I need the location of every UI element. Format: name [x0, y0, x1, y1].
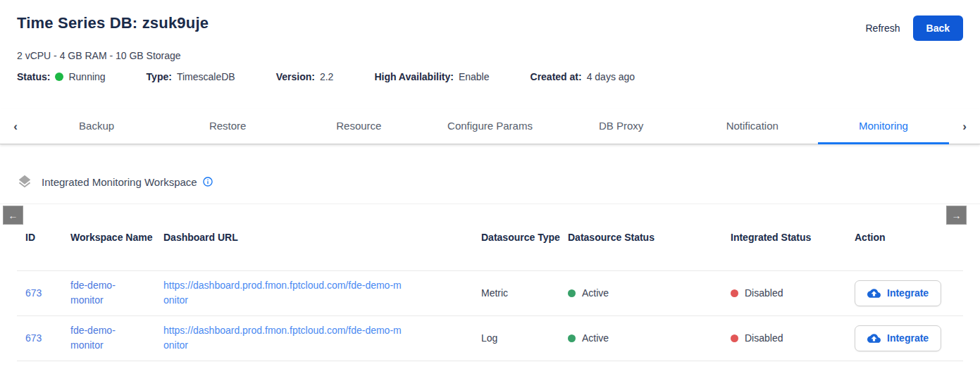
column-header-id: ID [17, 204, 70, 270]
integrate-button-label: Integrate [887, 287, 929, 299]
datasource-type-value: Log [481, 332, 497, 344]
page-title: Time Series DB: zsuk9uje [17, 14, 209, 32]
table-header-row: ID Workspace Name Dashboard URL Datasour… [17, 204, 963, 270]
integrate-button[interactable]: Integrate [855, 325, 941, 351]
datasource-status-badge: Active [568, 332, 731, 344]
integrate-button-label: Integrate [887, 332, 929, 344]
disabled-status-dot-icon [731, 334, 738, 342]
datasource-status-badge: Active [568, 287, 731, 299]
column-header-dashboard-url: Dashboard URL [163, 204, 481, 270]
integrated-status-value: Disabled [745, 332, 783, 344]
tabs-scroll-right-chevron-icon[interactable]: › [949, 109, 980, 144]
integrated-status-badge: Disabled [731, 287, 855, 299]
column-header-datasource-status: Datasource Status [568, 204, 731, 270]
integrated-status-value: Disabled [745, 287, 783, 299]
dashboard-url-link[interactable]: https://dashboard.prod.fmon.fptcloud.com… [163, 278, 407, 308]
layers-icon [17, 174, 32, 189]
header-actions: Refresh Back [866, 15, 964, 41]
column-header-integrated-status: Integrated Status [731, 204, 855, 270]
cloud-upload-icon [867, 332, 881, 345]
workspace-id-link[interactable]: 673 [25, 287, 42, 299]
datasource-type-value: Metric [481, 287, 508, 299]
meta-high-availability: High Availability: Enable [374, 71, 489, 82]
integrated-status-badge: Disabled [731, 332, 855, 344]
table-scroll-right-arrow-icon[interactable]: → [946, 206, 967, 225]
created-at-label: Created at: [531, 71, 582, 82]
tab-monitoring[interactable]: Monitoring [818, 109, 949, 144]
workspace-id-link[interactable]: 673 [25, 332, 42, 344]
datasource-status-value: Active [582, 332, 609, 344]
table-scroll-left-arrow-icon[interactable]: ← [3, 206, 23, 225]
high-availability-label: High Availability: [374, 71, 454, 82]
workspace-name-link[interactable]: fde-demo-monitor [70, 278, 134, 308]
active-status-dot-icon [568, 289, 576, 297]
monitoring-workspace-table: ID Workspace Name Dashboard URL Datasour… [17, 204, 963, 361]
running-status-dot-icon [55, 73, 63, 81]
back-button[interactable]: Back [913, 15, 963, 41]
created-at-value: 4 days ago [587, 71, 635, 82]
meta-type: Type: TimescaleDB [147, 71, 235, 82]
tab-db-proxy[interactable]: DB Proxy [556, 109, 687, 144]
status-value: Running [68, 71, 105, 82]
cloud-upload-icon [867, 287, 881, 300]
tab-configure-params[interactable]: Configure Params [424, 109, 555, 144]
type-label: Type: [147, 71, 172, 82]
tab-notification[interactable]: Notification [687, 109, 818, 144]
tabs-scroll-left-chevron-icon[interactable]: ‹ [0, 109, 31, 144]
meta-row: Status: Running Type: TimescaleDB Versio… [17, 71, 963, 82]
integrate-button[interactable]: Integrate [855, 280, 941, 306]
info-icon[interactable] [202, 176, 213, 187]
datasource-status-value: Active [582, 287, 609, 299]
column-header-workspace-name: Workspace Name [70, 204, 163, 270]
section-title: Integrated Monitoring Workspace [42, 176, 197, 188]
type-value: TimescaleDB [177, 71, 235, 82]
refresh-button[interactable]: Refresh [866, 23, 900, 34]
dashboard-url-link[interactable]: https://dashboard.prod.fmon.fptcloud.com… [163, 323, 407, 353]
tab-restore[interactable]: Restore [162, 109, 293, 144]
tab-backup[interactable]: Backup [31, 109, 162, 144]
resource-summary: 2 vCPU - 4 GB RAM - 10 GB Storage [17, 50, 963, 61]
tab-bar: ‹ Backup Restore Resource Configure Para… [0, 109, 980, 144]
meta-status: Status: Running [17, 71, 106, 82]
active-status-dot-icon [568, 334, 576, 342]
section-header: Integrated Monitoring Workspace [0, 174, 980, 189]
workspace-name-link[interactable]: fde-demo-monitor [70, 323, 134, 353]
disabled-status-dot-icon [731, 289, 738, 297]
status-label: Status: [17, 71, 50, 82]
meta-version: Version: 2.2 [276, 71, 334, 82]
meta-created-at: Created at: 4 days ago [531, 71, 635, 82]
high-availability-value: Enable [459, 71, 490, 82]
page-header: Time Series DB: zsuk9uje Refresh Back 2 … [0, 0, 980, 82]
tab-resource[interactable]: Resource [293, 109, 424, 144]
monitoring-table-container: ← → ID Workspace Name Dashboard URL Data… [0, 204, 980, 361]
table-row: 673 fde-demo-monitor https://dashboard.p… [17, 270, 963, 315]
column-header-datasource-type: Datasource Type [481, 204, 568, 270]
version-label: Version: [276, 71, 315, 82]
version-value: 2.2 [320, 71, 333, 82]
table-row: 673 fde-demo-monitor https://dashboard.p… [17, 315, 963, 361]
